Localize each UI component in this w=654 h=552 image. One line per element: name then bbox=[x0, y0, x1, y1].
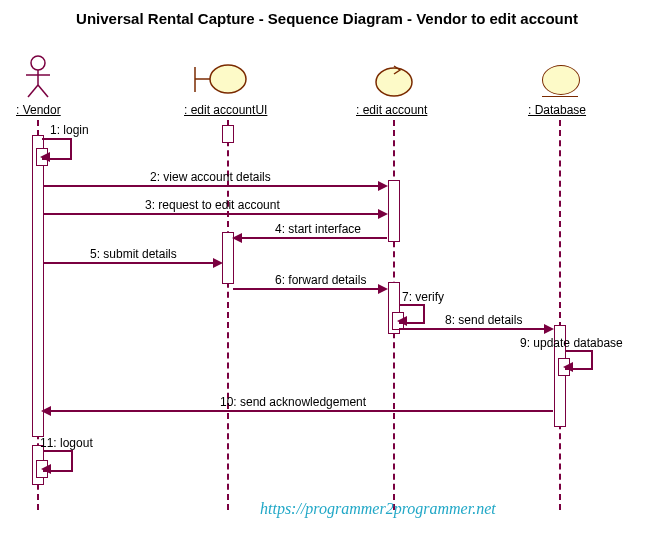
diagram-title: Universal Rental Capture - Sequence Diag… bbox=[0, 10, 654, 27]
msg8-arrow bbox=[399, 328, 552, 330]
control-icon bbox=[372, 62, 416, 102]
msg3-label: 3: request to edit account bbox=[145, 198, 280, 212]
msg5-head bbox=[213, 258, 223, 268]
msg11-label: 11: logout bbox=[40, 436, 93, 450]
svg-point-0 bbox=[31, 56, 45, 70]
msg5-label: 5: submit details bbox=[90, 247, 177, 261]
controller-activation-1 bbox=[388, 180, 400, 242]
boundary-icon bbox=[190, 62, 250, 102]
svg-line-4 bbox=[38, 85, 48, 97]
vendor-activation-1 bbox=[32, 135, 44, 437]
msg3-head bbox=[378, 209, 388, 219]
db-lifeline bbox=[559, 120, 561, 510]
vendor-label: : Vendor bbox=[16, 103, 61, 117]
msg4-head bbox=[232, 233, 242, 243]
ui-activation-1 bbox=[222, 125, 234, 143]
msg4-label: 4: start interface bbox=[275, 222, 361, 236]
msg1-label: 1: login bbox=[50, 123, 89, 137]
watermark-text: https://programmer2programmer.net bbox=[260, 500, 496, 518]
msg8-head bbox=[544, 324, 554, 334]
msg1-head bbox=[40, 152, 50, 162]
controller-label: : edit account bbox=[356, 103, 427, 117]
msg7-label: 7: verify bbox=[402, 290, 444, 304]
msg9-head bbox=[563, 362, 573, 372]
msg10-head bbox=[41, 406, 51, 416]
msg6-label: 6: forward details bbox=[275, 273, 366, 287]
ui-label: : edit accountUI bbox=[184, 103, 267, 117]
svg-point-7 bbox=[210, 65, 246, 93]
msg6-head bbox=[378, 284, 388, 294]
msg10-arrow bbox=[43, 410, 553, 412]
entity-icon bbox=[542, 65, 580, 95]
msg3-arrow bbox=[43, 213, 386, 215]
msg4-arrow bbox=[234, 237, 387, 239]
msg9-label: 9: update database bbox=[520, 336, 623, 350]
msg8-label: 8: send details bbox=[445, 313, 522, 327]
msg7-head bbox=[397, 316, 407, 326]
svg-line-3 bbox=[28, 85, 38, 97]
msg10-label: 10: send acknowledgement bbox=[220, 395, 366, 409]
vendor-actor-icon bbox=[23, 55, 53, 100]
entity-baseline bbox=[542, 96, 578, 97]
msg5-arrow bbox=[43, 262, 221, 264]
msg6-arrow bbox=[233, 288, 386, 290]
svg-point-8 bbox=[376, 68, 412, 96]
msg2-label: 2: view account details bbox=[150, 170, 271, 184]
msg2-head bbox=[378, 181, 388, 191]
msg2-arrow bbox=[43, 185, 386, 187]
msg11-head bbox=[41, 464, 51, 474]
db-label: : Database bbox=[528, 103, 586, 117]
